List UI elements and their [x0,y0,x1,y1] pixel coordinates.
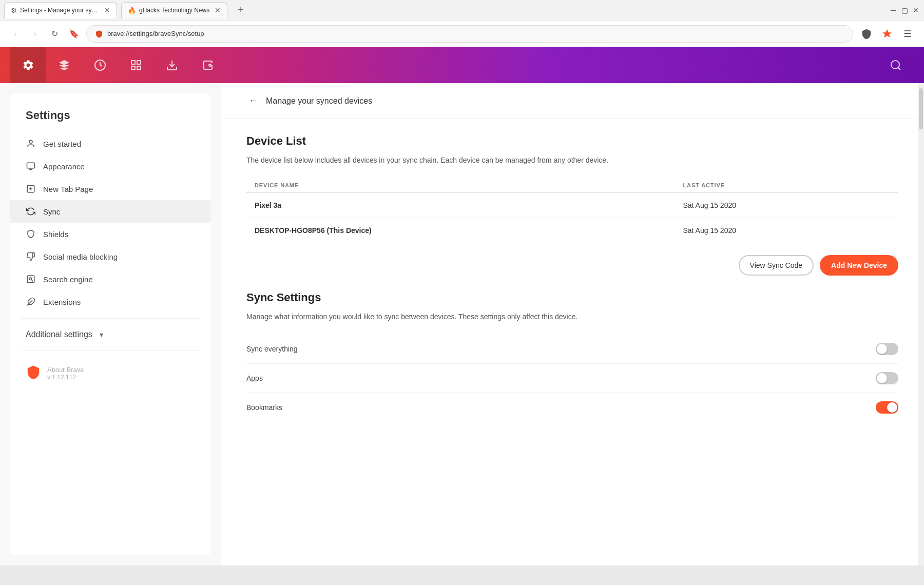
svg-line-18 [32,280,33,282]
svg-point-7 [891,61,899,69]
brave-shield-icon[interactable] [858,26,875,42]
tab-ghacks[interactable]: 🔥 gHacks Technology News ✕ [121,2,227,18]
apps-row: Apps [246,364,898,393]
bookmarks-icon [130,59,142,71]
page-header-title: Manage your synced devices [266,96,372,106]
apps-toggle[interactable] [876,372,898,384]
device-table-header: DEVICE NAME LAST ACTIVE [246,178,898,193]
tab-ghacks-close[interactable]: ✕ [215,6,221,14]
toolbar-settings-item[interactable] [10,47,46,83]
bookmark-button[interactable]: 🔖 [67,27,81,41]
device-name-desktop: DESKTOP-HGO8P56 (This Device) [246,218,675,243]
sidebar-divider-bottom [21,350,200,351]
forward-button[interactable]: › [28,27,42,41]
svg-point-6 [209,64,211,66]
content-area: ← Manage your synced devices Device List… [221,83,924,566]
column-device-name: DEVICE NAME [246,178,675,193]
view-sync-code-button[interactable]: View Sync Code [739,255,814,276]
additional-settings-label: Additional settings [26,330,92,339]
tab-ghacks-favicon: 🔥 [128,7,136,14]
sync-everything-toggle[interactable] [876,343,898,355]
additional-settings-item[interactable]: Additional settings ▾ [10,324,210,345]
sidebar-item-shields[interactable]: Shields [10,223,210,245]
button-row: View Sync Code Add New Device [246,255,898,276]
about-brave[interactable]: About Brave v 1.12.112 [10,356,210,390]
brave-rewards-icon[interactable] [879,26,895,42]
scrollbar-thumb[interactable] [919,88,923,129]
about-brave-name: About Brave [47,366,84,374]
shields-icon [26,229,36,239]
sync-everything-label: Sync everything [246,345,298,353]
toolbar-right: ☰ [858,26,916,42]
minimize-button[interactable]: ─ [889,6,897,14]
bookmarks-label: Bookmarks [246,403,282,412]
sidebar-item-sync[interactable]: Sync [10,200,210,223]
window-controls: ─ ▢ ✕ [889,6,920,14]
device-list-description: The device list below includes all devic… [246,155,898,166]
add-new-device-button[interactable]: Add New Device [820,255,898,276]
sidebar-inner: Settings Get started Appearance New Tab … [10,93,210,555]
address-text[interactable]: brave://settings/braveSync/setup [107,30,204,37]
shields-label: Shields [43,230,68,239]
social-media-icon [26,251,36,262]
sync-icon [26,206,36,217]
settings-gear-icon [22,59,34,71]
main-menu-icon[interactable]: ☰ [899,26,916,42]
reload-button[interactable]: ↻ [47,27,62,41]
svg-line-8 [898,68,900,70]
tab-settings-favicon: ⚙ [11,7,17,14]
sidebar-item-new-tab-page[interactable]: New Tab Page [10,178,210,200]
social-media-blocking-label: Social media blocking [43,252,118,261]
svg-point-9 [29,140,32,143]
appearance-label: Appearance [43,162,85,171]
svg-rect-10 [27,163,35,168]
brave-shield-small-icon [95,30,103,38]
downloads-icon [166,59,178,71]
toolbar-wallet-item[interactable] [190,47,226,83]
wallet-icon [202,59,214,71]
tab-settings[interactable]: ⚙ Settings - Manage your synced de ✕ [4,2,117,18]
sidebar-item-search-engine[interactable]: Search engine [10,268,210,290]
page-content: Device List The device list below includ… [221,119,924,438]
about-brave-info: About Brave v 1.12.112 [47,366,84,381]
sidebar-item-extensions[interactable]: Extensions [10,290,210,313]
settings-title: Settings [10,104,210,132]
bookmarks-toggle[interactable] [876,401,898,414]
tab-settings-close[interactable]: ✕ [104,6,110,14]
extensions-icon [26,297,36,307]
appearance-icon [26,161,36,171]
search-icon [890,59,902,71]
new-tab-page-label: New Tab Page [43,185,93,193]
back-button[interactable]: ‹ [8,27,23,41]
new-tab-button[interactable]: + [234,3,248,17]
toolbar-alerts-item[interactable] [46,47,82,83]
toggle-knob [877,344,887,354]
sync-everything-row: Sync everything [246,335,898,364]
new-tab-page-icon [26,184,36,194]
sidebar-item-social-media-blocking[interactable]: Social media blocking [10,245,210,268]
svg-rect-16 [27,276,34,283]
svg-rect-1 [131,61,135,64]
tab-ghacks-title: gHacks Technology News [139,7,209,14]
device-list-title: Device List [246,134,898,148]
scrollbar-track[interactable] [918,83,924,566]
toggle-knob [877,373,887,383]
toolbar-history-item[interactable] [82,47,118,83]
toolbar-downloads-item[interactable] [154,47,190,83]
back-button[interactable]: ← [246,93,260,108]
sync-settings-description: Manage what information you would like t… [246,311,898,322]
address-input-container[interactable]: brave://settings/braveSync/setup [86,25,853,43]
main-layout: Settings Get started Appearance New Tab … [0,83,924,566]
device-table-body: Pixel 3a Sat Aug 15 2020 DESKTOP-HGO8P56… [246,193,898,243]
close-button[interactable]: ✕ [912,6,920,14]
tab-settings-title: Settings - Manage your synced de [20,7,99,14]
toolbar-search-item[interactable] [878,47,914,83]
toolbar-bookmarks-item[interactable] [118,47,154,83]
sidebar-item-get-started[interactable]: Get started [10,132,210,155]
sync-label: Sync [43,207,60,216]
maximize-button[interactable]: ▢ [900,6,909,14]
sidebar-item-appearance[interactable]: Appearance [10,155,210,178]
device-name-pixel: Pixel 3a [246,193,675,218]
svg-rect-3 [137,66,141,70]
search-engine-icon [26,274,36,284]
